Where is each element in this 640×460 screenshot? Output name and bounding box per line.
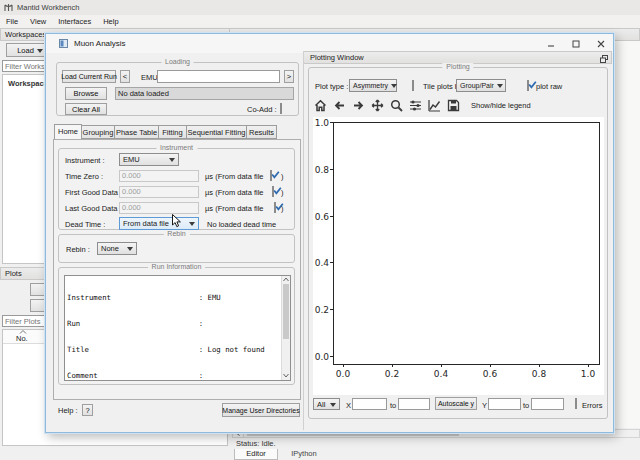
menu-interfaces[interactable]: Interfaces (58, 17, 91, 26)
y-min-input[interactable] (488, 398, 521, 410)
time-zero-unit-close: ) (281, 172, 284, 181)
menu-file[interactable]: File (6, 17, 18, 26)
x-tick: 0.2 (383, 369, 401, 379)
next-run-button[interactable]: > (284, 70, 294, 83)
first-good-data-input[interactable]: 0.000 (119, 186, 199, 198)
previous-run-button[interactable]: < (120, 70, 130, 83)
home-icon[interactable] (313, 98, 328, 113)
dead-time-combo[interactable]: From data file (119, 217, 199, 230)
x-min-input[interactable] (352, 398, 387, 410)
chevron-down-icon (189, 222, 195, 229)
zoom-icon[interactable] (389, 98, 404, 113)
tab-grouping[interactable]: Grouping (82, 125, 115, 139)
x-tick-mark (441, 364, 442, 367)
y-tick: 0.2 (313, 305, 329, 315)
plotting-window-dock: Plotting Window Plotting Plot type : Asy… (303, 51, 612, 430)
close-button[interactable] (592, 37, 610, 50)
autoscale-y-button[interactable]: Autoscale y (435, 397, 477, 410)
maximize-button[interactable] (567, 37, 585, 50)
rebin-label: Rebin : (66, 245, 90, 254)
load-current-run-label: Load Current Run (61, 73, 117, 80)
y-max-input[interactable] (531, 398, 564, 410)
forward-icon[interactable] (351, 98, 366, 113)
save-icon[interactable] (446, 98, 461, 113)
run-number-input[interactable] (157, 70, 280, 83)
run-info-line: Instrument : EMU (67, 294, 288, 303)
rebin-combo[interactable]: None (97, 242, 137, 255)
tab-home[interactable]: Home (54, 124, 82, 139)
manage-user-directories-button[interactable]: Manage User Directories (222, 403, 300, 417)
bottom-tab-editor-label: Editor (246, 449, 266, 458)
plot-canvas[interactable]: 1.0 0.8 0.6 0.4 0.2 0.0 0.0 0.2 0.4 (313, 117, 604, 395)
help-button-label: ? (85, 406, 89, 415)
tab-sequential-fitting[interactable]: Sequential Fitting (187, 125, 247, 139)
app-icon (4, 3, 13, 12)
plot-raw-checkbox[interactable] (527, 80, 529, 91)
float-icon[interactable] (600, 55, 608, 63)
y-tick-mark (330, 356, 333, 357)
time-zero-from-file-checkbox[interactable] (270, 170, 272, 181)
plot-type-combo[interactable]: Asymmetry (349, 79, 397, 92)
app-titlebar[interactable]: Mantid Workbench (0, 0, 640, 16)
maximize-icon (572, 40, 580, 48)
scroll-up-icon[interactable] (283, 277, 289, 282)
pan-icon[interactable] (370, 98, 385, 113)
time-zero-unit: µs (From data file (205, 172, 264, 181)
bottom-tab-editor[interactable]: Editor (234, 449, 278, 460)
minimize-button[interactable] (542, 37, 560, 50)
chevron-down-icon (127, 247, 133, 254)
bottom-tab-ipython[interactable]: IPython (280, 449, 328, 460)
clear-all-button[interactable]: Clear All (65, 103, 107, 115)
first-good-data-unit: µs (From data file (205, 188, 264, 197)
tile-plots-checkbox[interactable] (412, 80, 414, 91)
run-info-line: Comment : (67, 372, 288, 381)
time-zero-input[interactable]: 0.000 (119, 170, 199, 182)
range-selector-combo[interactable]: All (313, 398, 340, 410)
y-tick: 0.0 (313, 352, 329, 362)
muon-analysis-dialog: Muon Analysis Loading Load Current Run <… (45, 33, 614, 433)
errors-checkbox[interactable] (575, 398, 577, 409)
first-good-data-from-file-checkbox[interactable] (272, 186, 274, 197)
dialog-window-icon (59, 39, 68, 48)
scroll-down-icon[interactable] (283, 373, 289, 378)
x-tick: 0.6 (481, 369, 499, 379)
tab-results[interactable]: Results (247, 125, 277, 139)
plotting-dock-title: Plotting Window (308, 53, 364, 62)
instrument-combo[interactable]: EMU (119, 153, 179, 166)
tile-by-value: Group/Pair (460, 82, 494, 89)
chevron-down-icon (37, 49, 43, 56)
menu-view[interactable]: View (30, 17, 46, 26)
last-good-data-from-file-checkbox[interactable] (274, 202, 276, 213)
x-max-input[interactable] (398, 398, 430, 410)
x-tick-mark (392, 364, 393, 367)
run-info-line: Run : (67, 320, 288, 329)
browse-button[interactable]: Browse (65, 87, 107, 100)
dialog-tab-bar: HomeGroupingPhase TableFittingSequential… (54, 125, 304, 140)
subplots-icon[interactable] (408, 98, 423, 113)
show-hide-legend-button[interactable]: Show/hide legend (471, 101, 531, 110)
back-icon[interactable] (332, 98, 347, 113)
dialog-title: Muon Analysis (74, 39, 126, 48)
x-tick-mark (588, 364, 589, 367)
y-tick-mark (330, 122, 333, 123)
help-label: Help : (58, 406, 78, 415)
y-to-label: to (523, 401, 529, 410)
tile-by-combo[interactable]: Group/Pair (456, 79, 506, 92)
last-good-data-input[interactable]: 0.000 (119, 202, 199, 214)
run-info-legend: Run Information (148, 263, 206, 270)
clear-all-label: Clear All (72, 105, 100, 114)
run-info-scroll-thumb[interactable] (283, 284, 289, 339)
app-title: Mantid Workbench (17, 3, 79, 12)
load-button-label: Load (17, 46, 34, 55)
tab-phase-table[interactable]: Phase Table (115, 125, 159, 139)
customize-plot-icon[interactable] (427, 98, 442, 113)
load-current-run-button[interactable]: Load Current Run (62, 70, 116, 83)
tab-fitting[interactable]: Fitting (159, 125, 187, 139)
help-button[interactable]: ? (82, 404, 93, 416)
coadd-checkbox[interactable] (280, 103, 282, 114)
menu-help[interactable]: Help (103, 17, 118, 26)
status-bar: Status: Idle. (236, 439, 276, 448)
y-range-label: Y (482, 401, 487, 410)
run-info-scrollbar[interactable] (281, 276, 290, 380)
plot-type-value: Asymmetry (353, 82, 388, 89)
